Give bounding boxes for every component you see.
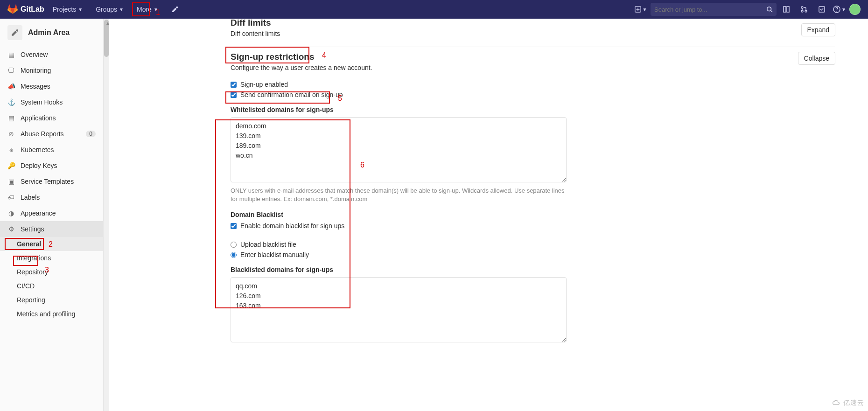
admin-wrench-button[interactable] [167,2,183,17]
section-diff-limits: Diff limits Diff content limits Expand [231,19,835,47]
merge-requests-icon-button[interactable] [796,1,812,17]
cloud-icon [832,400,841,406]
sidebar-nav: ▦Overview 🖵Monitoring 📣Messages ⚓System … [0,47,103,321]
diff-limits-desc: Diff content limits [231,30,280,37]
manual-blacklist-label[interactable]: Enter blacklist manually [240,251,309,258]
brand-text: GitLab [21,5,44,14]
signup-title: Sign-up restrictions [231,52,372,62]
tanuki-icon [7,4,18,14]
main-content: Diff limits Diff content limits Expand S… [109,19,868,411]
nav-projects[interactable]: Projects▼ [48,0,87,19]
issues-icon-button[interactable] [778,1,794,17]
svg-point-6 [805,10,807,12]
sidebar-item-monitoring[interactable]: 🖵Monitoring [0,63,103,78]
signup-collapse-button[interactable]: Collapse [798,52,835,65]
whitelist-label: Whitelisted domains for sign-ups [231,106,835,113]
help-icon [833,6,840,13]
blacklist-textarea[interactable] [231,277,567,342]
sidebar-sub-reporting[interactable]: Reporting [0,293,103,307]
upload-blacklist-row: Upload blacklist file [231,241,835,248]
diff-limits-title: Diff limits [231,19,280,28]
sidebar-sub-repository[interactable]: Repository [0,265,103,279]
chevron-down-icon: ▼ [78,7,83,12]
section-head: Sign-up restrictions Configure the way a… [231,52,835,71]
sidebar-item-overview[interactable]: ▦Overview [0,47,103,63]
anchor-icon: ⚓ [7,98,15,106]
apps-icon: ▤ [7,114,15,122]
user-avatar[interactable] [849,4,861,15]
svg-point-4 [801,7,803,8]
wrench-icon [171,6,179,13]
watermark: 亿速云 [832,399,864,407]
search-input[interactable] [654,6,766,13]
manual-blacklist-row: Enter blacklist manually [231,251,835,258]
todo-icon [818,6,826,13]
diff-expand-button[interactable]: Expand [801,23,835,36]
issues-icon [783,6,790,13]
grid-icon: ▦ [7,51,15,58]
todos-icon-button[interactable] [814,1,830,17]
enable-blacklist-label[interactable]: Enable domain blacklist for sign ups [240,222,344,230]
sidebar-item-settings[interactable]: ⚙Settings [0,221,103,237]
sidebar-item-system-hooks[interactable]: ⚓System Hooks [0,94,103,110]
navbar-right: ▼ ▼ [633,1,861,17]
enable-blacklist-row: Enable domain blacklist for sign ups [231,222,835,230]
section-head: Diff limits Diff content limits Expand [231,23,835,37]
top-navbar: GitLab Projects▼ Groups▼ More▼ ▼ ▼ [0,0,868,19]
exclaim-icon: ⊘ [7,130,15,138]
monitor-icon: 🖵 [7,67,15,74]
plus-button[interactable]: ▼ [633,1,649,17]
whitelist-textarea[interactable] [231,117,567,182]
key-icon: 🔑 [7,162,15,169]
help-icon-button[interactable]: ▼ [832,1,847,17]
sidebar-item-appearance[interactable]: ◑Appearance [0,205,103,221]
sidebar-sub-cicd[interactable]: CI/CD [0,279,103,293]
enable-blacklist-checkbox[interactable] [231,223,237,229]
sidebar-sub-general[interactable]: General [0,237,103,251]
chevron-down-icon: ▼ [841,7,846,12]
sidebar-item-kubernetes[interactable]: ⎈Kubernetes [0,142,103,158]
sidebar-sub-metrics[interactable]: Metrics and profiling [0,307,103,321]
nav-groups[interactable]: Groups▼ [91,0,128,19]
signup-desc: Configure the way a user creates a new a… [231,64,372,71]
blacklist-label: Blacklisted domains for sign-ups [231,266,835,273]
appearance-icon: ◑ [7,209,15,217]
confirm-email-checkbox[interactable] [231,92,237,98]
sidebar-scrollbar[interactable] [104,19,109,411]
template-icon: ▣ [7,178,15,185]
sidebar-title: Admin Area [28,28,70,37]
signup-enabled-label[interactable]: Sign-up enabled [240,81,288,88]
signup-enabled-checkbox[interactable] [231,82,237,88]
plus-square-icon [635,6,641,13]
confirm-email-row: Send confirmation email on sign-up [231,91,835,98]
sidebar-item-labels[interactable]: 🏷Labels [0,189,103,205]
chevron-down-icon: ▼ [643,7,647,12]
sidebar-item-messages[interactable]: 📣Messages [0,78,103,94]
blacklist-heading: Domain Blacklist [231,211,835,218]
upload-blacklist-label[interactable]: Upload blacklist file [240,241,296,248]
search-icon [766,6,773,13]
merge-request-icon [800,6,808,13]
sidebar-header[interactable]: Admin Area [0,19,103,47]
sidebar-item-service-templates[interactable]: ▣Service Templates [0,174,103,189]
admin-sidebar: Admin Area ▦Overview 🖵Monitoring 📣Messag… [0,19,104,411]
chevron-down-icon: ▼ [119,7,124,12]
gear-icon: ⚙ [7,225,15,233]
sidebar-sub-integrations[interactable]: Integrations [0,251,103,265]
nav-more[interactable]: More▼ [132,0,163,19]
signup-enabled-row: Sign-up enabled [231,81,835,88]
whitelist-help: ONLY users with e-mail addresses that ma… [231,187,567,203]
search-box[interactable] [651,3,777,16]
manual-blacklist-radio[interactable] [231,252,237,258]
sidebar-item-abuse-reports[interactable]: ⊘Abuse Reports0 [0,126,103,142]
svg-point-5 [801,10,803,12]
svg-rect-3 [787,7,789,12]
sidebar-item-applications[interactable]: ▤Applications [0,110,103,126]
upload-blacklist-radio[interactable] [231,242,237,248]
chevron-down-icon: ▼ [154,7,158,12]
kubernetes-icon: ⎈ [7,146,15,153]
abuse-badge: 0 [86,131,96,137]
sidebar-item-deploy-keys[interactable]: 🔑Deploy Keys [0,158,103,174]
gitlab-logo[interactable]: GitLab [7,4,44,14]
confirm-email-label[interactable]: Send confirmation email on sign-up [240,91,343,98]
